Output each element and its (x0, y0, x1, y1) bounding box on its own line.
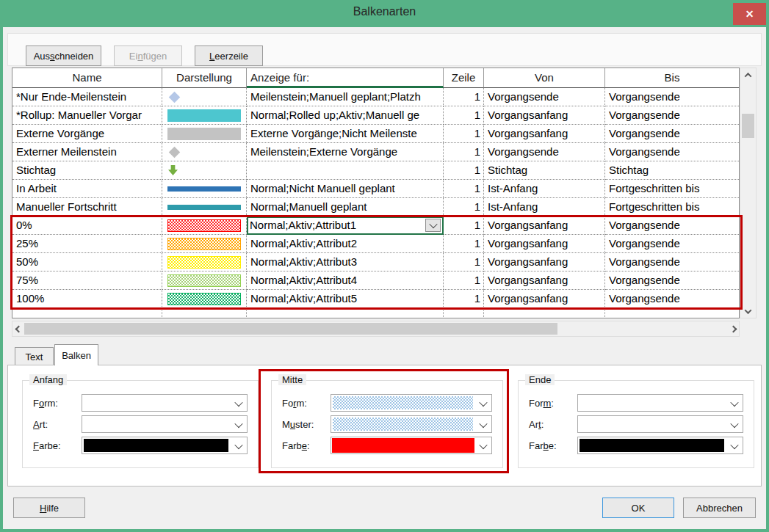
table-row[interactable]: Stichtag 1 Stichtag Stichtag (12, 161, 739, 180)
cell-bis[interactable]: Vorgangsende (605, 88, 739, 106)
cell-darstellung[interactable] (162, 198, 247, 216)
table-row[interactable]: *Rollup: Manueller Vorgar Normal;Rolled … (12, 106, 739, 125)
cell-zeile[interactable]: 1 (444, 198, 484, 216)
cell-zeile[interactable]: 1 (444, 180, 484, 198)
anfang-form-select[interactable] (82, 394, 248, 412)
cell-bis[interactable]: Vorgangsende (605, 125, 739, 143)
table-row[interactable]: 50% Normal;Aktiv;Attribut3 1 Vorgangsanf… (12, 253, 739, 272)
table-horizontal-scrollbar[interactable] (12, 321, 740, 337)
cell-von[interactable]: Vorgangsanfang (484, 235, 605, 253)
cell-bis[interactable]: Vorgangsende (605, 290, 739, 308)
cell-zeile[interactable]: 1 (444, 272, 484, 290)
ende-farbe-select[interactable] (577, 437, 743, 454)
cell-darstellung[interactable] (162, 88, 247, 106)
table-row[interactable]: Manueller Fortschritt Normal;Manuell gep… (12, 198, 739, 216)
cell-darstellung[interactable] (162, 253, 247, 272)
cell-bis[interactable]: Vorgangsende (605, 253, 739, 272)
cell-name[interactable]: Externe Vorgänge (12, 125, 162, 143)
ende-art-select[interactable] (577, 415, 743, 433)
cell-von[interactable]: Vorgangsanfang (484, 290, 605, 308)
close-button[interactable]: ✕ (733, 3, 766, 25)
cell-zeile[interactable]: 1 (444, 216, 484, 235)
mitte-form-select[interactable] (331, 394, 492, 412)
tab-balken[interactable]: Balken (54, 344, 98, 365)
table-row[interactable]: 75% Normal;Aktiv;Attribut4 1 Vorgangsanf… (12, 272, 739, 290)
ok-button[interactable]: OK (602, 498, 674, 518)
cell-name[interactable]: Externer Meilenstein (12, 143, 162, 161)
table-row-selected[interactable]: 0% Normal;Aktiv;Attribut1 1 Vorgangsanfa… (12, 216, 739, 235)
horizontal-scroll-thumb[interactable] (24, 323, 557, 335)
table-row[interactable]: 100% Normal;Aktiv;Attribut5 1 Vorgangsan… (12, 290, 739, 308)
cell-von[interactable]: Vorgangsende (484, 88, 605, 106)
cell-anzeige[interactable]: Normal;Nicht Manuell geplant (247, 180, 444, 198)
table-row[interactable]: 25% Normal;Aktiv;Attribut2 1 Vorgangsanf… (12, 235, 739, 253)
cell-anzeige[interactable]: Normal;Manuell geplant (247, 198, 444, 216)
cell-von[interactable]: Ist-Anfang (484, 198, 605, 216)
tab-text[interactable]: Text (15, 347, 54, 365)
cell-zeile[interactable]: 1 (444, 88, 484, 106)
cell-von[interactable]: Vorgangsanfang (484, 253, 605, 272)
anfang-farbe-select[interactable] (82, 437, 248, 454)
cell-darstellung[interactable] (162, 161, 247, 180)
cell-name[interactable]: 0% (12, 216, 162, 235)
cell-name[interactable]: 50% (12, 253, 162, 272)
cell-bis[interactable]: Vorgangsende (605, 216, 739, 235)
cell-zeile[interactable]: 1 (444, 143, 484, 161)
cell-von[interactable]: Vorgangsanfang (484, 272, 605, 290)
scroll-left-button[interactable] (12, 321, 24, 336)
cell-anzeige[interactable]: Normal;Aktiv;Attribut4 (247, 272, 444, 290)
cell-bis[interactable]: Fortgeschritten bis (605, 180, 739, 198)
cell-darstellung[interactable] (162, 143, 247, 161)
cell-darstellung[interactable] (162, 290, 247, 308)
cell-bis[interactable]: Vorgangsende (605, 235, 739, 253)
cell-anzeige[interactable]: Externe Vorgänge;Nicht Meilenste (247, 125, 444, 143)
scroll-up-button[interactable] (740, 68, 756, 81)
cell-anzeige[interactable]: Meilenstein;Manuell geplant;Platzh (247, 88, 444, 106)
table-row[interactable]: Externer Meilenstein Meilenstein;Externe… (12, 143, 739, 161)
cell-bis[interactable]: Stichtag (605, 161, 739, 180)
cell-von[interactable]: Vorgangsanfang (484, 106, 605, 125)
column-header-zeile[interactable]: Zeile (444, 68, 484, 88)
table-row[interactable]: In Arbeit Normal;Nicht Manuell geplant 1… (12, 180, 739, 198)
mitte-muster-select[interactable] (331, 415, 492, 433)
cell-bis[interactable]: Fortgeschritten bis (605, 198, 739, 216)
scroll-down-button[interactable] (740, 305, 756, 318)
cell-name[interactable]: *Rollup: Manueller Vorgar (12, 106, 162, 125)
column-header-von[interactable]: Von (484, 68, 605, 88)
cell-bis[interactable]: Vorgangsende (605, 143, 739, 161)
cell-von[interactable]: Stichtag (484, 161, 605, 180)
ende-form-select[interactable] (577, 394, 743, 412)
cell-bis[interactable]: Vorgangsende (605, 106, 739, 125)
cell-anzeige[interactable]: Normal;Aktiv;Attribut3 (247, 253, 444, 272)
cell-anzeige[interactable]: Normal;Aktiv;Attribut5 (247, 290, 444, 308)
cell-bis[interactable]: Vorgangsende (605, 272, 739, 290)
cancel-button[interactable]: Abbrechen (683, 498, 756, 518)
cell-von[interactable]: Ist-Anfang (484, 180, 605, 198)
cell-name[interactable]: In Arbeit (12, 180, 162, 198)
cell-darstellung[interactable] (162, 125, 247, 143)
cell-name[interactable]: *Nur Ende-Meilenstein (12, 88, 162, 106)
table-row[interactable]: *Nur Ende-Meilenstein Meilenstein;Manuel… (12, 88, 739, 106)
table-row[interactable]: Externe Vorgänge Externe Vorgänge;Nicht … (12, 125, 739, 143)
cell-zeile[interactable]: 1 (444, 235, 484, 253)
help-button[interactable]: Hilfe (13, 498, 85, 518)
vertical-scroll-thumb[interactable] (742, 114, 754, 138)
cell-anzeige-selected[interactable]: Normal;Aktiv;Attribut1 (247, 216, 444, 235)
column-header-bis[interactable]: Bis (605, 68, 739, 88)
cell-zeile[interactable]: 1 (444, 253, 484, 272)
cell-anzeige[interactable]: Meilenstein;Externe Vorgänge (247, 143, 444, 161)
cut-button[interactable]: Ausschneiden (26, 45, 101, 66)
cell-darstellung[interactable] (162, 180, 247, 198)
cell-von[interactable]: Vorgangsanfang (484, 216, 605, 235)
cell-von[interactable]: Vorgangsanfang (484, 125, 605, 143)
scroll-right-button[interactable] (727, 321, 739, 336)
cell-darstellung[interactable] (162, 106, 247, 125)
insert-row-button[interactable]: Leerzeile (195, 45, 263, 66)
cell-darstellung[interactable] (162, 272, 247, 290)
cell-darstellung[interactable] (162, 235, 247, 253)
anfang-art-select[interactable] (82, 415, 248, 433)
cell-von[interactable]: Vorgangsende (484, 143, 605, 161)
cell-anzeige[interactable]: Normal;Aktiv;Attribut2 (247, 235, 444, 253)
column-header-name[interactable]: Name (12, 68, 162, 88)
cell-name[interactable]: Stichtag (12, 161, 162, 180)
